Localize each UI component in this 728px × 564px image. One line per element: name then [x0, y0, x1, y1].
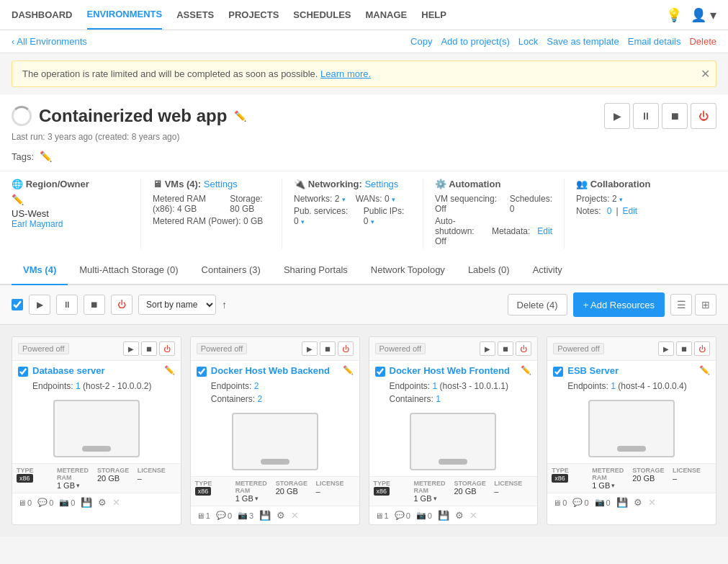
vm4-stop-button[interactable]: ⏹	[676, 341, 692, 356]
vm3-gear-icon[interactable]: ⚙	[455, 510, 464, 521]
vm4-endpoints-link[interactable]: 1	[611, 381, 616, 391]
metadata-edit-link[interactable]: Edit	[537, 226, 552, 236]
vm2-name-link[interactable]: Docker Host Web Backend	[211, 365, 338, 376]
lock-button[interactable]: Lock	[518, 36, 538, 47]
vm1-play-button[interactable]: ▶	[123, 341, 139, 356]
nav-projects[interactable]: PROJECTS	[228, 1, 279, 29]
vm2-endpoints-link[interactable]: 2	[254, 381, 259, 391]
vm3-stop-button[interactable]: ⏹	[498, 341, 513, 356]
user-menu-icon[interactable]: 👤 ▾	[691, 7, 716, 23]
vm1-gear-icon[interactable]: ⚙	[98, 497, 107, 508]
networks-dropdown-arrow[interactable]: ▾	[342, 196, 346, 203]
power-button[interactable]: ⏻	[691, 103, 716, 129]
vm1-checkbox[interactable]	[18, 367, 28, 377]
vm3-power-button[interactable]: ⏻	[516, 341, 531, 356]
vm1-ram-dropdown[interactable]: ▾	[76, 482, 80, 489]
add-resources-button[interactable]: + Add Resources	[573, 292, 665, 317]
alert-learn-more[interactable]: Learn more.	[320, 68, 371, 79]
vm4-disk-icon[interactable]: 💾	[616, 497, 628, 508]
sort-direction-toggle[interactable]: ↑	[222, 299, 227, 310]
vm3-name-link[interactable]: Docker Host Web Frontend	[390, 365, 517, 376]
nav-assets[interactable]: ASSETS	[176, 1, 214, 29]
wans-dropdown-arrow[interactable]: ▾	[392, 196, 395, 203]
vm1-power-button[interactable]: ⏻	[159, 341, 175, 356]
toolbar-pause-button[interactable]: ⏸	[56, 295, 78, 315]
vm2-stop-button[interactable]: ⏹	[320, 341, 336, 356]
vm3-disk-icon[interactable]: 💾	[438, 510, 449, 521]
vm3-containers-link[interactable]: 1	[436, 394, 441, 404]
tab-network-topology[interactable]: Network Topology	[359, 256, 457, 285]
vm3-checkbox[interactable]	[375, 367, 385, 377]
tab-vms[interactable]: VMs (4)	[12, 256, 68, 285]
vm1-edit-icon[interactable]: ✏️	[164, 365, 175, 375]
vm2-power-button[interactable]: ⏻	[338, 341, 354, 356]
edit-title-icon[interactable]: ✏️	[234, 110, 246, 122]
vm4-checkbox[interactable]	[553, 367, 563, 377]
vm4-play-button[interactable]: ▶	[658, 341, 674, 356]
select-all-checkbox[interactable]	[12, 299, 23, 310]
vms-settings-link[interactable]: Settings	[204, 179, 238, 189]
delete-environment-button[interactable]: Delete	[689, 36, 716, 47]
grid-view-button[interactable]: ⊞	[695, 294, 716, 315]
nav-help[interactable]: HELP	[421, 1, 446, 29]
email-details-button[interactable]: Email details	[628, 36, 681, 47]
pause-button[interactable]: ⏸	[633, 103, 659, 129]
projects-dropdown-arrow[interactable]: ▾	[619, 196, 623, 203]
vm1-stop-button[interactable]: ⏹	[141, 341, 157, 356]
vm1-disk-icon[interactable]: 💾	[81, 497, 92, 508]
edit-region-icon[interactable]: ✏️	[12, 194, 24, 205]
tab-sharing-portals[interactable]: Sharing Portals	[272, 256, 359, 285]
pubservices-dropdown-arrow[interactable]: ▾	[301, 218, 305, 225]
notes-count[interactable]: 0	[607, 206, 612, 216]
networking-settings-link[interactable]: Settings	[364, 179, 398, 189]
vm4-name-link[interactable]: ESB Server	[567, 365, 695, 376]
list-view-button[interactable]: ☰	[670, 294, 692, 315]
vm2-ram-dropdown[interactable]: ▾	[255, 495, 259, 502]
nav-dashboard[interactable]: DASHBOARD	[12, 1, 73, 29]
sort-select[interactable]: Sort by nameSort by statusSort by type	[138, 295, 216, 315]
vm2-checkbox[interactable]	[197, 367, 207, 377]
toolbar-stop-button[interactable]: ⏹	[84, 295, 105, 315]
vm3-edit-icon[interactable]: ✏️	[521, 365, 531, 375]
tab-activity[interactable]: Activity	[521, 256, 574, 285]
bulb-icon[interactable]: 💡	[666, 7, 682, 23]
nav-schedules[interactable]: SCHEDULES	[293, 1, 351, 29]
toolbar-power-button[interactable]: ⏻	[111, 295, 132, 315]
save-as-template-button[interactable]: Save as template	[547, 36, 619, 47]
vm2-containers-link[interactable]: 2	[257, 394, 262, 404]
vm2-edit-icon[interactable]: ✏️	[343, 365, 354, 375]
back-to-environments[interactable]: All Environments	[12, 36, 87, 47]
edit-tags-icon[interactable]: ✏️	[40, 151, 52, 162]
vm2-delete-icon[interactable]: ✕	[291, 510, 299, 521]
vm3-endpoints-link[interactable]: 1	[433, 381, 438, 391]
toolbar-play-button[interactable]: ▶	[29, 295, 50, 315]
tab-multi-attach-storage[interactable]: Multi-Attach Storage (0)	[68, 256, 189, 285]
vm2-disk-icon[interactable]: 💾	[259, 510, 271, 521]
nav-manage[interactable]: MANAGE	[366, 1, 408, 29]
vm3-ram-dropdown[interactable]: ▾	[433, 495, 437, 502]
vm2-gear-icon[interactable]: ⚙	[277, 510, 285, 521]
publicips-dropdown-arrow[interactable]: ▾	[371, 218, 374, 225]
stop-button[interactable]: ⏹	[662, 103, 688, 129]
delete-selected-button[interactable]: Delete (4)	[508, 294, 567, 315]
vm3-delete-icon[interactable]: ✕	[469, 510, 477, 521]
vm2-play-button[interactable]: ▶	[302, 341, 318, 356]
vm4-ram-dropdown[interactable]: ▾	[611, 482, 615, 489]
nav-environments[interactable]: ENVIRONMENTS	[87, 0, 163, 30]
play-button[interactable]: ▶	[604, 103, 630, 129]
vm1-name-link[interactable]: Database server	[32, 365, 160, 376]
add-to-project-button[interactable]: Add to project(s)	[441, 36, 509, 47]
tab-labels[interactable]: Labels (0)	[457, 256, 521, 285]
vm4-edit-icon[interactable]: ✏️	[699, 365, 710, 375]
notes-edit-link[interactable]: Edit	[623, 206, 638, 216]
vm1-delete-icon[interactable]: ✕	[112, 497, 120, 508]
tab-containers[interactable]: Containers (3)	[190, 256, 272, 285]
vm4-power-button[interactable]: ⏻	[694, 341, 710, 356]
vm3-play-button[interactable]: ▶	[480, 341, 495, 356]
vm1-endpoints-link[interactable]: 1	[76, 381, 81, 391]
region-user[interactable]: Earl Maynard	[12, 219, 129, 229]
vm4-delete-icon[interactable]: ✕	[648, 497, 656, 508]
vm4-gear-icon[interactable]: ⚙	[634, 497, 642, 508]
copy-button[interactable]: Copy	[410, 36, 432, 47]
alert-close-button[interactable]: ✕	[701, 67, 710, 81]
